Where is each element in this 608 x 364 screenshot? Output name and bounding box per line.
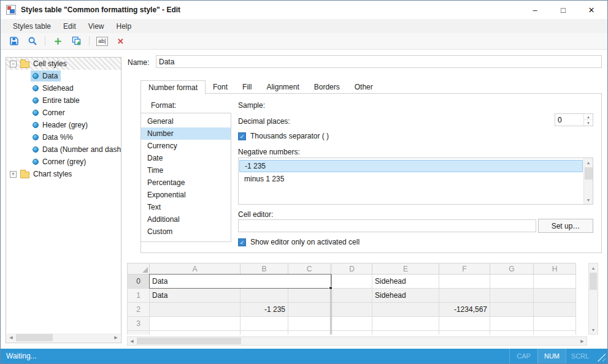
format-option[interactable]: Custom (141, 226, 231, 238)
tab-alignment[interactable]: Alignment (259, 80, 306, 94)
tree-item-header-grey[interactable]: Header (grey) (6, 119, 121, 131)
scroll-up-icon[interactable]: ▲ (589, 264, 598, 272)
scrollbar-thumb[interactable] (137, 338, 241, 344)
grid-cell[interactable] (372, 331, 439, 335)
scroll-left-icon[interactable]: ◀ (128, 337, 136, 346)
decimal-places-stepper[interactable]: ▲ ▼ (555, 113, 593, 126)
minimize-button[interactable]: – (521, 1, 549, 19)
select-all-corner[interactable] (128, 264, 150, 275)
grid-cell[interactable]: -1234,567 (439, 303, 490, 317)
grid-cell[interactable] (331, 303, 372, 317)
tree-item-data-number-dash[interactable]: Data (Number and dash) (6, 143, 121, 156)
grid-row-header[interactable]: 0 (128, 275, 150, 289)
grid-cell[interactable] (288, 303, 331, 317)
grid-vertical-scrollbar[interactable]: ▲ ▼ (588, 263, 598, 335)
name-input[interactable] (156, 55, 602, 68)
grid-cell[interactable] (331, 331, 372, 335)
tree-horizontal-scrollbar[interactable]: ◀ ▶ (7, 333, 120, 342)
grid-cell[interactable] (372, 303, 439, 317)
maximize-button[interactable]: □ (549, 1, 577, 19)
format-option[interactable]: Date (141, 152, 231, 164)
format-option[interactable]: Text (141, 201, 231, 213)
expand-icon[interactable]: + (10, 171, 17, 178)
grid-row-header[interactable]: 2 (128, 303, 150, 317)
grid-cell[interactable] (490, 303, 534, 317)
grid-cell[interactable] (288, 289, 331, 303)
grid-col-header[interactable]: A (150, 264, 241, 275)
grid-cell[interactable] (331, 289, 372, 303)
grid-row-header[interactable]: 1 (128, 289, 150, 303)
fill-handle[interactable] (329, 286, 333, 290)
grid-cell[interactable] (534, 303, 576, 317)
grid-cell[interactable] (241, 317, 288, 331)
grid-cell[interactable]: Sidehead (372, 275, 439, 289)
save-button[interactable] (6, 34, 22, 48)
format-option[interactable]: Additional (141, 213, 231, 226)
tree-item-data-percent[interactable]: Data %% (6, 131, 121, 143)
tab-font[interactable]: Font (206, 80, 235, 94)
grid-cell[interactable] (490, 275, 534, 289)
negative-option-selected[interactable]: -1 235 (239, 160, 583, 172)
format-option[interactable]: Time (141, 164, 231, 176)
tree-item-sidehead[interactable]: Sidehead (6, 82, 121, 94)
format-option[interactable]: General (141, 115, 231, 127)
grid-cell[interactable] (331, 275, 372, 289)
cell-editor-overlay[interactable]: Data (149, 274, 331, 289)
grid-col-header[interactable]: E (372, 264, 439, 275)
tab-number-format[interactable]: Number format (140, 80, 206, 94)
grid-col-header[interactable]: D (331, 264, 372, 275)
decimal-places-input[interactable] (555, 114, 583, 126)
scroll-up-icon[interactable]: ▲ (584, 158, 593, 167)
grid-cell[interactable]: Sidehead (372, 289, 439, 303)
menu-view[interactable]: View (82, 19, 110, 33)
menu-styles-table[interactable]: Styles table (7, 19, 57, 33)
grid-row-header[interactable]: 4 (128, 331, 150, 335)
grid-cell[interactable] (439, 275, 490, 289)
grid-cell[interactable]: Data (150, 289, 241, 303)
delete-button[interactable]: ✕ (112, 34, 129, 48)
grid-col-header[interactable]: H (534, 264, 576, 275)
grid-cell[interactable] (439, 317, 490, 331)
grid-cell[interactable] (241, 289, 288, 303)
duplicate-style-button[interactable] (68, 34, 85, 48)
rename-button[interactable]: ab| (94, 34, 110, 48)
grid-cell[interactable] (150, 331, 241, 335)
scroll-left-icon[interactable]: ◀ (7, 333, 15, 342)
grid-col-header[interactable]: F (439, 264, 490, 275)
scrollbar-thumb[interactable] (16, 334, 53, 341)
stepper-up-icon[interactable]: ▲ (584, 114, 593, 120)
checkbox-checked-icon[interactable]: ✓ (238, 132, 246, 140)
scroll-right-icon[interactable]: ▶ (578, 337, 587, 346)
grid-cell[interactable] (331, 317, 372, 331)
checkbox-checked-icon[interactable]: ✓ (238, 238, 246, 246)
tree-item-corner[interactable]: Corner (6, 107, 121, 119)
show-editor-checkbox[interactable]: ✓ Show editor only on activated cell (238, 238, 360, 246)
close-button[interactable]: ✕ (577, 1, 606, 19)
format-option[interactable]: Percentage (141, 176, 231, 189)
set-up-button[interactable]: Set up… (538, 219, 593, 233)
scrollbar-thumb[interactable] (585, 167, 593, 180)
grid-cell[interactable] (490, 289, 534, 303)
grid-cell[interactable] (150, 303, 241, 317)
grid-cell[interactable] (439, 289, 490, 303)
tab-fill[interactable]: Fill (235, 80, 259, 94)
tree-item-data[interactable]: Data (6, 70, 121, 82)
resize-grip[interactable] (596, 352, 606, 362)
add-style-button[interactable] (50, 34, 66, 48)
grid-row-header[interactable]: 3 (128, 317, 150, 331)
menu-edit[interactable]: Edit (57, 19, 82, 33)
grid-cell[interactable] (241, 331, 288, 335)
format-option[interactable]: Exponential (141, 189, 231, 201)
grid-cell[interactable] (439, 331, 490, 335)
grid-cell[interactable] (534, 289, 576, 303)
grid-horizontal-scrollbar[interactable]: ◀ ▶ (127, 336, 587, 346)
format-option[interactable]: Currency (141, 140, 231, 152)
scroll-right-icon[interactable]: ▶ (112, 333, 120, 342)
grid-col-header[interactable]: C (288, 264, 331, 275)
cell-editor-input[interactable] (238, 219, 536, 232)
search-button[interactable] (24, 34, 40, 48)
grid-cell[interactable] (150, 317, 241, 331)
scroll-down-icon[interactable]: ▼ (584, 195, 593, 204)
tab-other[interactable]: Other (347, 80, 380, 94)
grid-cell[interactable] (288, 331, 331, 335)
